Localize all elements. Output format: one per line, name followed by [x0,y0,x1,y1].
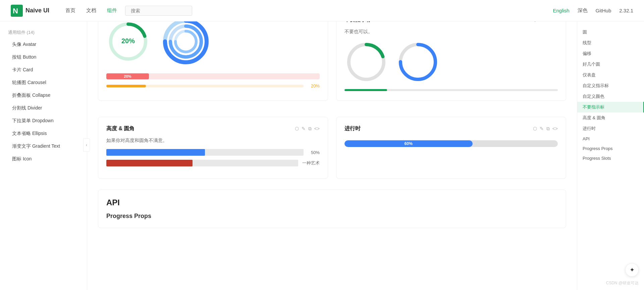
bar-red-fill [106,160,193,166]
card-running-header: 进行时 ⬡ ✎ ⧉ <> [344,125,558,132]
lang-switch[interactable]: English [553,8,569,13]
card-running-actions: ⬡ ✎ ⧉ <> [533,126,558,132]
no-indicator-circle-1 [344,40,388,84]
card-height-desc: 如果你对高度和圆角不满意。 [106,138,320,144]
theme-toggle[interactable]: 深色 [578,7,588,14]
no-indicator-bar-fill [344,89,387,91]
edit-icon-2[interactable]: ✎ [302,126,306,132]
card-height-corner: 高度 & 圆角 ⬡ ✎ ⧉ <> 如果你对高度和圆角不满意。 50% [98,117,328,179]
running-bar-wrap: 60% [344,138,558,150]
api-subtitle: Progress Props [106,213,558,220]
bar-labeled-text: 20% [124,74,131,78]
circle-svg-2 [161,16,211,67]
cards-grid: 20% [98,8,566,187]
sidebar-item-dropdown[interactable]: 下拉菜单 Dropdown [0,115,87,127]
copy-icon-3[interactable]: ⧉ [546,126,550,132]
bar-red-bg [106,160,298,166]
edit-icon-3[interactable]: ✎ [540,126,544,132]
header: N Naive UI 首页 文档 组件 English 深色 GitHub 2.… [0,0,644,21]
sidebar-item-ellipsis[interactable]: 文本省略 Ellipsis [0,127,87,140]
toc-item-offset[interactable]: 偏移 [577,48,644,59]
bar-orange-fill [106,85,146,87]
api-section: API Progress Props [98,190,566,228]
sidebar-right: 圆 线型 偏移 好几个圆 仪表盘 自定义指示标 自定义颜色 不要指示标 高度 &… [577,21,644,244]
bar-red-label: 一种艺术 [302,160,320,166]
bar-labeled-bg: 20% [106,73,320,79]
toc-item-progress-props[interactable]: Progress Props [577,144,644,153]
sidebar-item-collapse[interactable]: 折叠面板 Collapse [0,89,87,102]
toc-item-progress-slots[interactable]: Progress Slots [577,153,644,163]
sidebar-item-avatar[interactable]: 头像 Avatar [0,38,87,51]
cube-icon-3[interactable]: ⬡ [533,126,537,132]
nav-components[interactable]: 组件 [107,7,117,14]
circle-progress-2 [161,16,211,67]
toc-item-running[interactable]: 进行时 [577,123,644,134]
no-indicator-circles [344,40,558,84]
sidebar-item-carousel[interactable]: 轮播图 Carousel [0,76,87,89]
header-right: English 深色 GitHub 2.32.1 [553,7,633,14]
card-running: 进行时 ⬡ ✎ ⧉ <> 60% [336,117,566,179]
card-running-title: 进行时 [344,125,361,132]
github-link[interactable]: GitHub [596,8,611,13]
logo[interactable]: N Naive UI [11,5,49,17]
card-height-title: 高度 & 圆角 [106,125,135,132]
sidebar-left: 通用组件 (14) 头像 Avatar 按钮 Button 卡片 Card 轮播… [0,21,87,244]
running-bar-fill: 60% [344,140,473,147]
sidebar-item-divider[interactable]: 分割线 Divider [0,102,87,115]
chevron-left-icon: ‹ [86,143,87,147]
svg-text:20%: 20% [121,37,135,45]
bar-red-wrap: 一种艺术 [106,160,320,166]
sidebar-section-title: 通用组件 (14) [0,27,87,38]
circle-progress-1: 20% [106,20,150,63]
card-no-indicator: 不要指示标 ⬡ ✎ ⧉ <> 不要也可以。 [336,8,566,101]
toc-item-circle[interactable]: 圆 [577,27,644,38]
cube-icon-2[interactable]: ⬡ [295,126,299,132]
sidebar-collapse-button[interactable]: ‹ [83,138,90,152]
version-badge: 2.32.1 [619,8,633,13]
toc-item-height-corner[interactable]: 高度 & 圆角 [577,113,644,123]
running-bar-bg: 60% [344,140,558,147]
running-bar-label: 60% [405,141,413,146]
logo-icon: N [11,5,23,17]
api-title: API [106,198,558,207]
toc-item-line[interactable]: 线型 [577,38,644,48]
search-input[interactable] [125,6,192,16]
card-no-indicator-desc: 不要也可以。 [344,29,558,35]
toc-item-dashboard[interactable]: 仪表盘 [577,70,644,80]
main-nav: 首页 文档 组件 [65,7,117,14]
toc-item-api[interactable]: API [577,134,644,144]
bar-blue-fill [106,149,205,156]
sidebar-item-gradient-text[interactable]: 渐变文字 Gradient Text [0,140,87,153]
progress-circles-row: 20% [106,16,320,67]
card-height-header: 高度 & 圆角 ⬡ ✎ ⧉ <> [106,125,320,132]
nav-home[interactable]: 首页 [65,7,75,14]
bar-labeled-fill: 20% [106,73,149,79]
sidebar-item-card[interactable]: 卡片 Card [0,64,87,76]
bar-blue-bg [106,149,304,156]
bar-blue-label: 50% [308,150,320,155]
bar-blue-wrap: 50% [106,149,320,156]
nav-docs[interactable]: 文档 [86,7,96,14]
no-indicator-bar-bg [344,89,558,91]
bar-labeled-wrap: 20% [106,73,320,79]
bar-orange-label: 20% [308,83,320,88]
bar-orange-bg [106,85,304,87]
circle-svg-1: 20% [106,20,150,63]
card-height-actions: ⬡ ✎ ⧉ <> [295,126,320,132]
toc-item-multi-circle[interactable]: 好几个圆 [577,59,644,70]
main-content: 20% [87,0,577,244]
no-indicator-bar [344,89,558,91]
code-icon-2[interactable]: <> [314,126,320,132]
card-progress-demo: 20% [98,8,328,101]
svg-text:N: N [13,7,18,15]
code-icon-3[interactable]: <> [552,126,558,132]
toc-item-custom-color[interactable]: 自定义颜色 [577,91,644,102]
copy-icon-2[interactable]: ⧉ [308,126,312,132]
toc-item-custom-indicator[interactable]: 自定义指示标 [577,80,644,91]
no-indicator-circle-2 [396,40,440,84]
bar-orange-wrap: 20% [106,83,320,88]
sidebar-item-icon[interactable]: 图标 Icon [0,153,87,165]
logo-text: Naive UI [25,7,49,14]
toc-item-no-indicator[interactable]: 不要指示标 [577,102,644,113]
sidebar-item-button[interactable]: 按钮 Button [0,51,87,64]
